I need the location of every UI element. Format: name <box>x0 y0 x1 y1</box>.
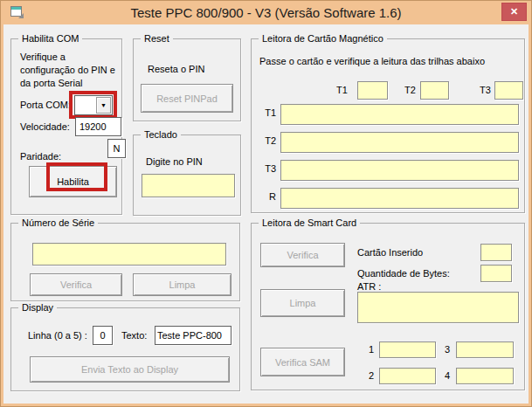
sam-slot-4-input[interactable] <box>456 368 514 384</box>
atr-label: ATR : <box>357 281 381 292</box>
atr-input[interactable] <box>357 292 519 323</box>
track-t3-input[interactable] <box>280 160 519 181</box>
velocidade-label: Velocidade: <box>20 117 70 136</box>
smartcard-limpa-button[interactable]: Limpa <box>260 289 345 317</box>
group-leitora-cartao-magnetico: Leitora de Cartão Magnético Passe o cart… <box>251 38 525 213</box>
window-title: Teste PPC 800/900 - V3 (Versão Software … <box>1 5 531 20</box>
smartcard-verifica-button[interactable]: Verifica <box>260 243 345 267</box>
group-numero-serie: Número de Série Verifica Limpa <box>10 223 240 301</box>
velocidade-input[interactable] <box>75 117 121 136</box>
group-reset: Reset Reseta o PIN Reset PINPad <box>133 38 241 121</box>
linha-label: Linha (0 a 5) : <box>28 326 87 345</box>
group-title: Leitora de Cartão Magnético <box>259 33 387 45</box>
quantidade-bytes-input[interactable] <box>480 265 512 282</box>
app-window: Teste PPC 800/900 - V3 (Versão Software … <box>0 0 532 407</box>
track-t2-input[interactable] <box>280 132 519 153</box>
title-bar: Teste PPC 800/900 - V3 (Versão Software … <box>1 1 531 24</box>
group-title: Número de Série <box>18 217 98 229</box>
track-r-input[interactable] <box>280 188 519 209</box>
magnetico-info-text: Passe o cartão e verifique a leitura das… <box>259 56 485 66</box>
com-config-info-text: Verifique a configuração do PIN e da por… <box>20 51 120 90</box>
group-title: Habilita COM <box>18 33 82 45</box>
track-t3-label: T3 <box>252 163 276 174</box>
reset-pinpad-button[interactable]: Reset PINPad <box>141 84 233 113</box>
sam-slot-1-label: 1 <box>369 341 374 358</box>
sam-slot-4-label: 4 <box>445 368 450 384</box>
sam-slot-2-input[interactable] <box>379 368 436 384</box>
track-status-t2-label: T2 <box>404 81 416 100</box>
track-status-t3-label: T3 <box>480 81 491 100</box>
track-status-t1-input[interactable] <box>357 81 388 100</box>
sam-slot-3-label: 3 <box>445 341 450 358</box>
verifica-sam-button[interactable]: Verifica SAM <box>260 348 345 376</box>
chevron-down-icon[interactable]: ▼ <box>96 97 111 114</box>
cartao-inserido-label: Cartão Inserido <box>357 244 423 261</box>
serial-number-input[interactable] <box>32 243 226 266</box>
track-t1-label: T1 <box>252 107 276 118</box>
serial-limpa-button[interactable]: Limpa <box>133 273 231 296</box>
serial-verifica-button[interactable]: Verifica <box>30 273 122 296</box>
porta-com-label: Porta COM: <box>20 95 71 115</box>
teclado-info-text: Digite no PIN <box>146 156 203 167</box>
sam-slot-1-input[interactable] <box>379 341 436 358</box>
habilita-button[interactable]: Habilita <box>29 166 117 197</box>
group-habilita-com: Habilita COM Verifique a configuração do… <box>10 38 122 215</box>
paridade-label: Paridade: <box>20 148 61 165</box>
sam-slot-2-label: 2 <box>369 368 374 384</box>
linha-input[interactable] <box>93 326 113 345</box>
reset-info-text: Reseta o PIN <box>148 64 204 74</box>
texto-input[interactable] <box>155 326 231 345</box>
track-status-t3-input[interactable] <box>494 81 523 100</box>
close-icon: ✕ <box>510 6 518 17</box>
sam-slot-3-input[interactable] <box>456 341 514 358</box>
track-r-label: R <box>252 191 276 202</box>
track-status-t2-input[interactable] <box>420 81 449 100</box>
envia-texto-button[interactable]: Envia Texto ao Display <box>30 356 230 383</box>
group-display: Display Linha (0 a 5) : Texto: Envia Tex… <box>10 307 240 391</box>
track-t2-label: T2 <box>252 135 276 146</box>
quantidade-bytes-label: Quantidade de Bytes: <box>357 265 450 282</box>
group-title: Leitora de Smart Card <box>259 217 360 229</box>
group-title: Display <box>18 302 57 314</box>
track-t1-input[interactable] <box>280 104 519 125</box>
teclado-pin-input[interactable] <box>142 174 235 197</box>
texto-label: Texto: <box>121 326 147 345</box>
group-teclado: Teclado Digite no PIN <box>133 135 241 216</box>
paridade-input[interactable] <box>107 139 126 158</box>
client-area: Habilita COM Verifique a configuração do… <box>3 24 529 404</box>
group-leitora-smart-card: Leitora de Smart Card Verifica Cartão In… <box>251 223 525 390</box>
group-title: Teclado <box>141 129 181 141</box>
group-title: Reset <box>141 33 173 45</box>
track-status-t1-label: T1 <box>336 81 348 100</box>
porta-com-combobox[interactable]: ▼ <box>74 95 113 115</box>
cartao-inserido-input[interactable] <box>480 244 512 261</box>
close-button[interactable]: ✕ <box>501 3 527 21</box>
